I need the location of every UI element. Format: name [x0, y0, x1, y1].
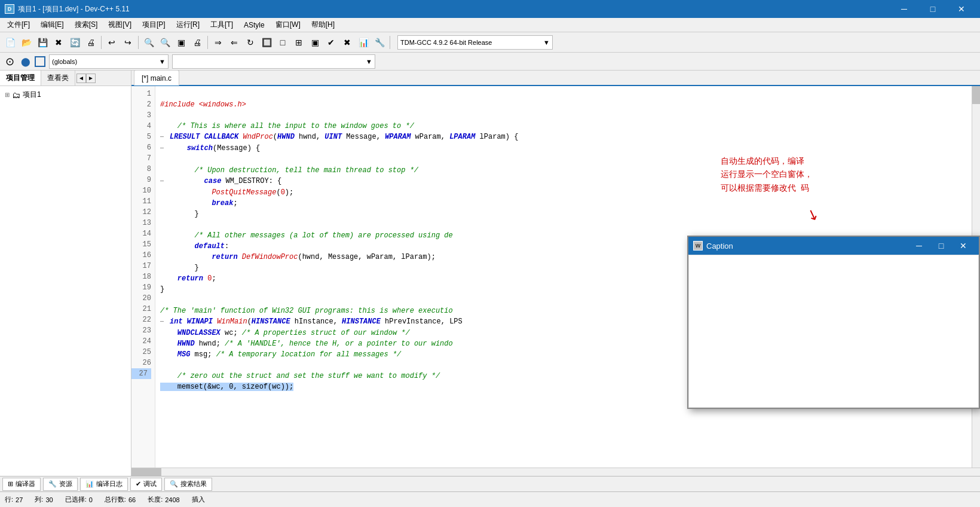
tree-item-project[interactable]: ⊞ 🗂 项目1: [2, 88, 128, 101]
status-length: 长度: 2408: [148, 495, 180, 504]
check-button[interactable]: ▣: [307, 35, 323, 50]
menu-item-项目p[interactable]: 项目[P]: [137, 19, 170, 31]
menu-item-搜索s[interactable]: 搜索[S]: [70, 19, 103, 31]
floating-window-title-bar[interactable]: W Caption ─ □ ✕: [688, 237, 979, 255]
horizontal-scrollbar[interactable]: [131, 468, 980, 476]
compiler-dropdown-arrow: ▼: [543, 39, 550, 46]
menu-bar: 文件[F]编辑[E]搜索[S]视图[V]项目[P]运行[R]工具[T]AStyl…: [0, 18, 980, 32]
floating-title-left: W Caption: [693, 241, 733, 251]
editor-tab-bar: [*] main.c: [131, 71, 980, 86]
replace-button[interactable]: 🔍: [157, 35, 173, 50]
run-button[interactable]: ↻: [243, 35, 258, 50]
status-bar: 行: 27 列: 30 已选择: 0 总行数: 66 长度: 2408 插入: [0, 491, 980, 507]
floating-window-icon: W: [693, 241, 703, 251]
menu-item-astyle[interactable]: AStyle: [239, 20, 270, 30]
ok-button[interactable]: ✔: [323, 35, 339, 50]
tools-button[interactable]: 🔧: [372, 35, 387, 50]
compiler-tab-label: 编译器: [16, 479, 35, 488]
sidebar-nav-prev[interactable]: ◄: [76, 74, 86, 83]
sidebar-tab-bar: 项目管理 查看类 ◄ ►: [0, 71, 131, 86]
status-total-value: 66: [128, 496, 136, 503]
menu-item-帮助h[interactable]: 帮助[H]: [307, 19, 339, 31]
print-button[interactable]: 🖨: [83, 35, 99, 50]
scrollbar-thumb-vertical[interactable]: [972, 86, 980, 104]
debug-tab-label: 调试: [143, 479, 157, 488]
editor-area: [*] main.c 自动生成的代码，编译运行显示一个空白窗体，可以根据需要修改…: [131, 71, 980, 476]
new-file-button[interactable]: 📄: [2, 35, 18, 50]
window-controls: ─ □ ✕: [890, 0, 975, 18]
status-insert: 插入: [192, 495, 205, 504]
status-length-label: 长度:: [148, 495, 163, 504]
toolbar-separator-3: [207, 36, 208, 49]
project-label: 项目1: [23, 90, 41, 100]
editor-tab-main[interactable]: [*] main.c: [134, 71, 179, 85]
menu-item-视图v[interactable]: 视图[V]: [103, 19, 136, 31]
scope-btn-3[interactable]: [35, 56, 45, 67]
bottom-tab-resources[interactable]: 🔧 资源: [43, 478, 78, 491]
toolbar-scope: ⊙ ⬤ (globals) ▼ ▼: [0, 53, 980, 71]
func-dropdown[interactable]: ▼: [172, 54, 375, 69]
compile-log-tab-icon: 📊: [85, 480, 94, 488]
menu-item-运行r[interactable]: 运行[R]: [172, 19, 204, 31]
menu-item-编辑e[interactable]: 编辑[E]: [36, 19, 69, 31]
bottom-tab-search[interactable]: 🔍 搜索结果: [164, 478, 212, 491]
bottom-tab-compiler[interactable]: ⊞ 编译器: [2, 478, 41, 491]
search-results-tab-icon: 🔍: [170, 480, 178, 488]
redo-button[interactable]: ↪: [120, 35, 136, 50]
line-numbers: 12345 678910 1112131415 1617181920 21222…: [131, 86, 155, 468]
floating-minimize-button[interactable]: ─: [908, 238, 930, 253]
floating-window-content: [688, 255, 979, 408]
save-button[interactable]: 💾: [35, 35, 50, 50]
tree-expand-icon[interactable]: ⊞: [5, 91, 10, 98]
code-editor[interactable]: 12345 678910 1112131415 1617181920 21222…: [131, 86, 980, 468]
stop-button[interactable]: 🔲: [259, 35, 274, 50]
menu-item-工具t[interactable]: 工具[T]: [206, 19, 238, 31]
find-button[interactable]: 🔍: [141, 35, 157, 50]
search-results-tab-label: 搜索结果: [180, 479, 207, 488]
unindent-button[interactable]: 🖨: [189, 35, 205, 50]
compiler-tab-icon: ⊞: [8, 480, 13, 488]
compile-button[interactable]: ⇐: [226, 35, 242, 50]
indent-button[interactable]: ▣: [173, 35, 189, 50]
bottom-tab-compile-log[interactable]: 📊 编译日志: [80, 478, 128, 491]
chart-button[interactable]: 📊: [356, 35, 371, 50]
status-row: 行: 27: [5, 495, 23, 504]
scope-dropdown-arrow: ▼: [159, 58, 166, 65]
app-icon: D: [5, 4, 14, 14]
func-dropdown-arrow: ▼: [366, 58, 372, 65]
status-col-label: 列:: [35, 495, 43, 504]
grid-button[interactable]: ⊞: [291, 35, 307, 50]
close-button[interactable]: ✕: [948, 0, 975, 18]
main-area: 项目管理 查看类 ◄ ► ⊞ 🗂 项目1: [0, 71, 980, 476]
menu-item-窗口w[interactable]: 窗口[W]: [271, 19, 305, 31]
minimize-button[interactable]: ─: [890, 0, 918, 18]
floating-maximize-button[interactable]: □: [930, 238, 952, 253]
status-row-value: 27: [16, 496, 23, 503]
status-col-value: 30: [45, 496, 53, 503]
scope-dropdown[interactable]: (globals) ▼: [49, 54, 169, 69]
scope-btn-1[interactable]: ⊙: [2, 54, 17, 69]
scrollbar-thumb-horizontal[interactable]: [131, 468, 161, 476]
sidebar-tab-project[interactable]: 项目管理: [0, 71, 41, 85]
sidebar-nav-next[interactable]: ►: [86, 74, 96, 83]
close-file-button[interactable]: ✖: [51, 35, 66, 50]
bottom-tab-debug[interactable]: ✔ 调试: [130, 478, 162, 491]
menu-item-文件f[interactable]: 文件[F]: [2, 19, 35, 31]
undo-button[interactable]: ↩: [104, 35, 120, 50]
sidebar-tab-class[interactable]: 查看类: [41, 71, 75, 85]
floating-close-button[interactable]: ✕: [953, 238, 974, 253]
debug-button[interactable]: □: [275, 35, 290, 50]
open-file-button[interactable]: 📂: [19, 35, 34, 50]
compile-run-button[interactable]: ⇒: [210, 35, 226, 50]
floating-window[interactable]: W Caption ─ □ ✕: [687, 236, 980, 409]
resources-tab-label: 资源: [59, 479, 72, 488]
maximize-button[interactable]: □: [919, 0, 947, 18]
scope-btn-2[interactable]: ⬤: [18, 54, 33, 69]
editor-tab-label: [*] main.c: [142, 74, 172, 83]
floating-window-title: Caption: [706, 242, 733, 251]
stop2-button[interactable]: ✖: [339, 35, 355, 50]
toolbar-main: 📄 📂 💾 ✖ 🔄 🖨 ↩ ↪ 🔍 🔍 ▣ 🖨 ⇒ ⇐ ↻ 🔲 □ ⊞ ▣ ✔ …: [0, 32, 980, 53]
resources-tab-icon: 🔧: [48, 480, 57, 488]
save-all-button[interactable]: 🔄: [67, 35, 82, 50]
compiler-dropdown[interactable]: TDM-GCC 4.9.2 64-bit Release ▼: [397, 35, 553, 50]
